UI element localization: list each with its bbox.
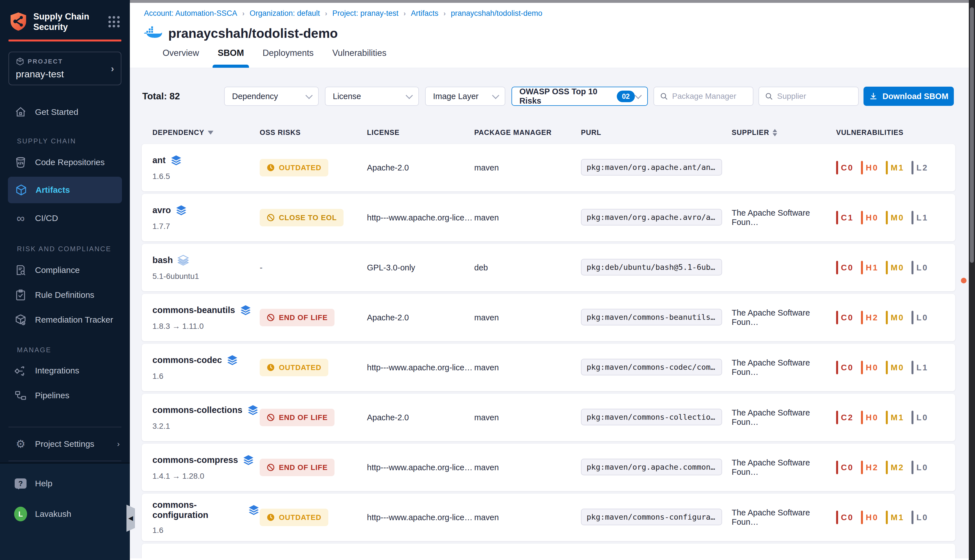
table-row[interactable]: commons-collections 3.2.1 [142,394,955,441]
oss-risk-badge: END OF LIFE [260,459,335,476]
breadcrumb-artifacts[interactable]: Artifacts [411,9,438,18]
table-row[interactable]: bash 5.1-6ubuntu1 [142,244,955,291]
tab-overview[interactable]: Overview [163,48,199,68]
oss-risk-cell: END OF LIFE [260,409,367,426]
chevron-down-icon [635,92,642,99]
table-row[interactable]: commons-configuration 1.6 [142,494,955,541]
sidebar-item-integrations[interactable]: Integrations [0,362,130,379]
purl-chip[interactable]: pkg:maven/org.apache.avro/avro@1… [581,209,722,225]
chevron-down-icon [492,92,499,99]
column-header-dependency[interactable]: DEPENDENCY [152,128,260,137]
low-count: L0 [912,311,928,324]
layers-icon [227,354,238,366]
low-bar [912,311,913,324]
table-row[interactable]: commons-codec 1.6 [142,344,955,391]
scrollbar-track[interactable] [969,0,975,560]
chevron-down-icon [406,92,413,99]
high-bar [861,311,863,324]
purl-chip[interactable]: pkg:maven/org.apache.ant/ant@1.6… [581,159,722,175]
sidebar-item-rule-definitions[interactable]: Rule Definitions [0,286,130,304]
tab-vulnerabilities[interactable]: Vulnerabilities [332,48,387,68]
section-risk-compliance: RISK AND COMPLIANCE [0,245,130,253]
dependency-name: commons-codec [152,355,222,365]
dependency-cell: bash 5.1-6ubuntu1 [152,244,260,291]
purl-chip[interactable]: pkg:maven/commons-collections/co… [581,409,722,425]
dependency-version: 3.2.1 [152,422,260,431]
page-header: Account: Automation-SSCA › Organization:… [130,0,969,41]
breadcrumb-account[interactable]: Account: Automation-SSCA [144,9,237,18]
breadcrumb-separator: › [443,10,446,18]
owasp-risks-filter-dropdown[interactable]: OWASP OSS Top 10 Risks 02 [512,87,648,106]
sidebar-item-remediation-tracker[interactable]: Remediation Tracker [0,311,130,328]
high-bar [861,411,863,424]
medium-count: M1 [886,411,904,424]
purl-chip[interactable]: pkg:maven/commons-codec/commons-… [581,359,722,375]
medium-bar [886,211,888,224]
license-cell: GPL-3.0-only [367,263,474,272]
home-icon [14,105,27,118]
dependency-filter-dropdown[interactable]: Dependency [224,87,319,106]
purl-chip[interactable]: pkg:maven/commons-beanutils/comm… [581,309,722,325]
vulnerabilities-cell: C0 H0 M1 L2 [836,161,955,175]
table-row[interactable]: ant 1.6.5 [142,144,955,192]
sidebar-item-code-repositories[interactable]: Code Repositories [0,153,130,171]
sidebar-item-project-settings[interactable]: ⚙ Project Settings › [0,435,130,453]
docker-whale-icon [144,26,162,41]
license-cell: http---www.apache.org-lice… [367,213,474,222]
purl-chip[interactable]: pkg:maven/org.apache.commons/com… [581,459,722,475]
oss-risk-label: END OF LIFE [279,463,328,472]
high-count: H0 [861,211,878,224]
purl-cell: pkg:maven/commons-configuration/… [581,508,732,527]
sort-desc-icon[interactable] [208,131,213,135]
vulnerabilities-cell: C0 H2 M2 L0 [836,461,955,474]
sort-icon[interactable] [773,129,777,136]
download-sbom-button[interactable]: Download SBOM [863,87,954,106]
dependency-cell: ant 1.6.5 [152,144,260,192]
purl-chip[interactable]: pkg:deb/ubuntu/bash@5.1-6ubuntu1 [581,259,722,275]
sidebar-item-compliance[interactable]: Compliance [0,262,130,279]
breadcrumb-artifact-name[interactable]: pranaycshah/todolist-demo [451,9,542,18]
tab-deployments[interactable]: Deployments [263,48,313,68]
license-cell: http---www.apache.org-lice… [367,513,474,522]
sidebar-item-help[interactable]: ? Help [0,475,130,492]
sidebar-item-artifacts[interactable]: Artifacts [8,177,122,203]
tab-sbom[interactable]: SBOM [218,48,244,68]
oss-risk-cell: END OF LIFE [260,459,367,476]
sidebar-item-pipelines[interactable]: Pipelines [0,387,130,404]
project-selector[interactable]: PROJECT pranay-test › [8,52,122,85]
sidebar-collapse-handle[interactable]: ◀ [127,505,135,532]
filter-bar: Total: 82 Dependency License Image Layer… [142,87,955,106]
notification-dot[interactable] [961,278,967,283]
purl-cell: pkg:maven/commons-codec/commons-… [581,359,732,377]
medium-count: M0 [886,361,904,374]
sidebar-item-cicd[interactable]: ∞ CI/CD [0,210,130,227]
package-manager-search-input[interactable] [672,92,747,101]
critical-bar [836,211,838,224]
apps-grid-icon[interactable] [108,16,120,27]
license-cell: Apache-2.0 [367,413,474,422]
layers-icon [175,204,187,216]
license-filter-dropdown[interactable]: License [325,87,419,106]
table-row[interactable]: avro 1.7.7 [142,194,955,241]
sidebar-item-user[interactable]: L Lavakush [0,505,130,523]
breadcrumb-organization[interactable]: Organization: default [250,9,320,18]
column-header-supplier[interactable]: SUPPLIER [732,128,836,137]
image-layer-filter-dropdown[interactable]: Image Layer [425,87,505,106]
low-count: L1 [912,211,928,224]
tab-bar: Overview SBOM Deployments Vulnerabilitie… [130,41,969,68]
purl-chip[interactable]: pkg:maven/commons-configuration/… [581,508,722,525]
oss-risk-label: END OF LIFE [279,313,328,322]
vulnerabilities-cell: C0 H2 M0 L0 [836,311,955,324]
sidebar-item-get-started[interactable]: Get Started [0,103,130,121]
table-row[interactable]: commons-compress 1.4.1 → 1.28.0 [142,444,955,491]
supplier-search-input[interactable] [777,92,852,101]
breadcrumb-project[interactable]: Project: pranay-test [332,9,398,18]
license-cell: Apache-2.0 [367,163,474,172]
table-row[interactable]: commons-fileupload [142,543,955,558]
critical-count: C0 [836,511,853,524]
dependency-version: 1.6 [152,526,260,535]
dependency-cell: commons-collections 3.2.1 [152,394,260,441]
scrollbar-thumb[interactable] [970,7,974,263]
table-row[interactable]: commons-beanutils 1.8.3 → 1.11.0 [142,294,955,341]
high-count: H1 [861,261,878,274]
